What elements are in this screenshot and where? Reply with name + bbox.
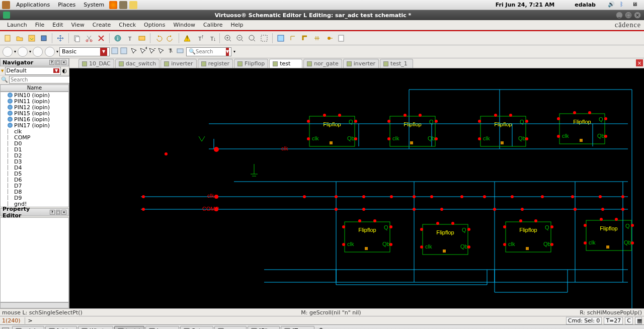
search-input[interactable] bbox=[196, 49, 226, 54]
text-icon[interactable]: T bbox=[124, 33, 135, 44]
tree-item[interactable]: D9 bbox=[1, 195, 68, 201]
text-size-up-icon[interactable]: T↑ bbox=[194, 33, 205, 44]
notes-launcher-icon[interactable] bbox=[129, 1, 137, 9]
zoom-select-icon[interactable] bbox=[259, 33, 270, 44]
menu-create[interactable]: Create bbox=[89, 21, 115, 29]
navigator-undock-button[interactable]: □ bbox=[55, 60, 60, 65]
tree-item[interactable]: D0 bbox=[1, 140, 68, 146]
clock[interactable]: Fri Jun 24, 7:21 AM bbox=[496, 2, 554, 8]
select-add-icon[interactable]: + bbox=[139, 47, 147, 56]
session-user[interactable]: edalab bbox=[575, 2, 596, 8]
minimize-button[interactable]: _ bbox=[616, 12, 623, 19]
task-button[interactable]: [Tras... bbox=[281, 326, 314, 330]
applications-menu[interactable]: Applications bbox=[12, 1, 54, 9]
prop-help-button[interactable]: ? bbox=[50, 210, 55, 215]
menu-help[interactable]: Help bbox=[227, 21, 248, 29]
instance-icon[interactable] bbox=[275, 33, 286, 44]
tab-10_dac[interactable]: 10_DAC bbox=[78, 59, 114, 68]
tab-inverter[interactable]: inverter bbox=[160, 59, 196, 68]
select-all-icon[interactable] bbox=[157, 47, 165, 56]
tree-item[interactable]: COMP bbox=[1, 134, 68, 140]
label-icon[interactable] bbox=[136, 33, 147, 44]
cmd-extra-button[interactable]: ▦ bbox=[635, 317, 642, 324]
nav-up-button[interactable] bbox=[33, 47, 43, 57]
tree-item[interactable]: D1 bbox=[1, 146, 68, 152]
prop-close-button[interactable]: × bbox=[61, 210, 66, 215]
task-button[interactable]: Setu... bbox=[180, 326, 213, 330]
select-text-icon[interactable]: T bbox=[166, 47, 174, 56]
navigator-search-input[interactable] bbox=[9, 76, 75, 84]
cut-icon[interactable] bbox=[84, 33, 95, 44]
tab-register[interactable]: register bbox=[198, 59, 233, 68]
menu-file[interactable]: File bbox=[31, 21, 48, 29]
cmd-prompt[interactable]: > bbox=[25, 317, 33, 324]
tree-item[interactable]: PIN17 (iopin) bbox=[1, 122, 68, 128]
tree-item[interactable]: D8 bbox=[1, 189, 68, 195]
tab-inverter[interactable]: inverter bbox=[343, 59, 379, 68]
filter-apply-icon[interactable] bbox=[120, 47, 128, 56]
tree-item[interactable]: PIN15 (iopin) bbox=[1, 110, 68, 116]
nav-fwd-button[interactable] bbox=[18, 47, 28, 57]
tree-item[interactable]: clk bbox=[1, 128, 68, 134]
text-size-down-icon[interactable]: T↓ bbox=[206, 33, 217, 44]
info-icon[interactable]: i bbox=[112, 33, 123, 44]
sidebar-scrollbar[interactable] bbox=[0, 302, 69, 308]
maximize-button[interactable]: □ bbox=[625, 12, 632, 19]
zoom-in-icon[interactable] bbox=[222, 33, 233, 44]
tree-item[interactable]: D5 bbox=[1, 171, 68, 177]
select-sub-icon[interactable]: - bbox=[148, 47, 156, 56]
zoom-out-icon[interactable] bbox=[234, 33, 246, 44]
nav-home-button[interactable] bbox=[45, 47, 55, 57]
system-menu[interactable]: System bbox=[79, 1, 108, 9]
tree-item[interactable]: D3 bbox=[1, 158, 68, 164]
annotate-icon[interactable] bbox=[176, 47, 184, 56]
filter-funnel-icon[interactable]: ▾ bbox=[1, 67, 4, 74]
tree-item[interactable]: PIN11 (iopin) bbox=[1, 98, 68, 104]
navigator-filter-select[interactable]: Default▼ bbox=[5, 67, 61, 75]
copy-icon[interactable] bbox=[71, 33, 83, 44]
navigator-help-button[interactable]: ? bbox=[49, 60, 54, 65]
task-button[interactable]: nor_... bbox=[214, 326, 247, 330]
task-button[interactable]: test * bbox=[114, 326, 144, 330]
menu-edit[interactable]: Edit bbox=[48, 21, 67, 29]
wire-wide-icon[interactable] bbox=[299, 33, 310, 44]
tree-item[interactable]: D4 bbox=[1, 164, 68, 171]
menu-launch[interactable]: Launch bbox=[3, 21, 31, 29]
navigator-close-button[interactable]: × bbox=[61, 60, 66, 65]
tab-test[interactable]: test bbox=[269, 59, 302, 68]
task-button[interactable]: [virt... bbox=[45, 326, 77, 330]
save-icon[interactable] bbox=[26, 33, 37, 44]
firefox-launcher-icon[interactable] bbox=[109, 1, 117, 9]
tree-item[interactable]: D6 bbox=[1, 177, 68, 183]
nav-back-button[interactable] bbox=[3, 47, 13, 57]
navigator-filter-menu-icon[interactable]: ◐ bbox=[61, 67, 68, 74]
zoom-fit-icon[interactable] bbox=[247, 33, 258, 44]
prop-undock-button[interactable]: □ bbox=[56, 210, 61, 215]
show-desktop-button[interactable] bbox=[2, 327, 9, 330]
check-icon[interactable]: ! bbox=[182, 33, 193, 44]
menu-window[interactable]: Window bbox=[170, 21, 199, 29]
menu-calibre[interactable]: Calibre bbox=[199, 21, 227, 29]
task-button[interactable]: What... bbox=[78, 326, 113, 330]
tree-item[interactable]: PIN10 (iopin) bbox=[1, 92, 68, 98]
navigator-tree[interactable]: PIN10 (iopin)PIN11 (iopin)PIN12 (iopin)P… bbox=[0, 92, 69, 207]
bluetooth-icon[interactable]: ᛒ bbox=[620, 1, 628, 9]
sheet-icon[interactable] bbox=[336, 33, 347, 44]
tree-item[interactable]: D7 bbox=[1, 183, 68, 189]
places-menu[interactable]: Places bbox=[54, 1, 79, 9]
file-manager-launcher-icon[interactable] bbox=[119, 1, 127, 9]
task-button[interactable]: inver... bbox=[145, 326, 179, 330]
menu-options[interactable]: Options bbox=[140, 21, 169, 29]
redo-icon[interactable] bbox=[165, 33, 176, 44]
pin-icon[interactable] bbox=[324, 33, 335, 44]
close-button[interactable]: × bbox=[634, 12, 641, 19]
volume-icon[interactable]: 🔊 bbox=[608, 1, 616, 9]
filter-add-icon[interactable] bbox=[111, 47, 119, 56]
task-button[interactable]: [Flip... bbox=[248, 326, 280, 330]
net-icon[interactable] bbox=[311, 33, 323, 44]
tree-item[interactable]: PIN16 (iopin) bbox=[1, 116, 68, 122]
filter-combo[interactable]: Basic▼ bbox=[59, 47, 110, 56]
search-box[interactable]: 🔍 ▼ bbox=[186, 47, 231, 56]
tab-nor_gate[interactable]: nor_gate bbox=[303, 59, 342, 68]
tree-item[interactable]: PIN12 (iopin) bbox=[1, 104, 68, 110]
